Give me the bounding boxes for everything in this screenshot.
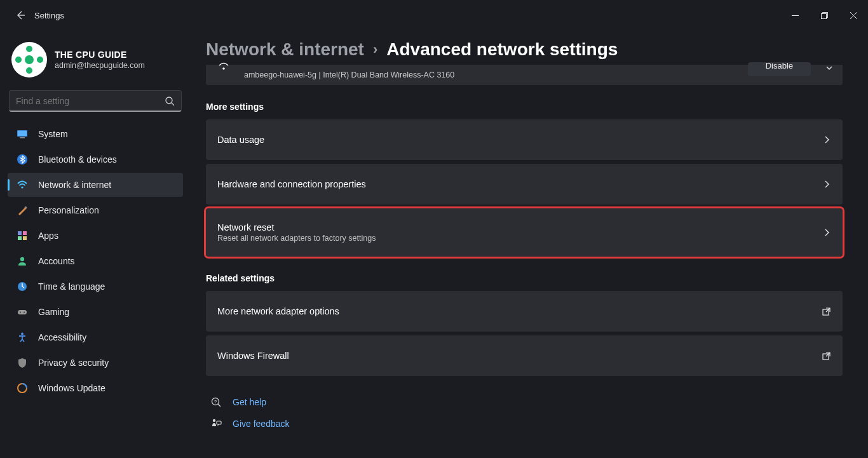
link-label[interactable]: Give feedback [233, 419, 290, 429]
person-icon [17, 255, 28, 267]
svg-rect-17 [23, 236, 27, 240]
svg-rect-14 [18, 231, 22, 235]
feedback-icon [210, 417, 222, 430]
sidebar-item-label: Time & language [38, 281, 105, 292]
section-title-more: More settings [206, 102, 843, 112]
sidebar-item-system[interactable]: System [8, 122, 183, 146]
adapter-row-wifi[interactable]: ambeego-huawei-5g | Intel(R) Dual Band W… [206, 65, 843, 85]
svg-point-12 [21, 186, 23, 188]
get-help-link[interactable]: ? Get help [206, 391, 843, 413]
svg-rect-0 [821, 13, 826, 18]
svg-point-18 [20, 257, 24, 261]
nav-list: System Bluetooth & devices Network & int… [8, 122, 183, 400]
paintbrush-icon [17, 205, 28, 216]
sidebar-item-gaming[interactable]: Gaming [8, 300, 183, 324]
update-icon [17, 382, 28, 394]
accessibility-icon [17, 332, 28, 343]
svg-point-6 [37, 57, 43, 63]
sidebar-item-apps[interactable]: Apps [8, 224, 183, 248]
svg-point-7 [166, 97, 172, 104]
sidebar-item-privacy[interactable]: Privacy & security [8, 351, 183, 375]
row-data-usage[interactable]: Data usage [206, 119, 843, 160]
sidebar-item-label: Personalization [38, 205, 99, 215]
sidebar-item-label: Windows Update [38, 383, 105, 393]
bluetooth-icon [17, 154, 28, 165]
link-label[interactable]: Get help [233, 397, 266, 407]
chevron-down-icon [825, 64, 834, 72]
breadcrumb-parent[interactable]: Network & internet [206, 39, 364, 60]
shield-icon [17, 357, 28, 368]
back-button[interactable] [8, 3, 33, 28]
adapter-subtitle: ambeego-huawei-5g | Intel(R) Dual Band W… [244, 71, 454, 79]
sidebar-item-label: System [38, 129, 68, 139]
sidebar: THE CPU GUIDE admin@thecpuguide.com Syst… [0, 30, 191, 458]
row-title: Windows Firewall [217, 351, 814, 361]
sidebar-item-network[interactable]: Network & internet [8, 173, 183, 197]
close-button[interactable] [839, 5, 868, 25]
row-title: Hardware and connection properties [217, 179, 815, 189]
sidebar-item-accessibility[interactable]: Accessibility [8, 325, 183, 349]
maximize-button[interactable] [810, 5, 839, 25]
row-title: More network adapter options [217, 306, 814, 316]
app-title: Settings [33, 11, 64, 20]
svg-point-2 [25, 55, 34, 64]
minimize-button[interactable] [780, 5, 810, 25]
sidebar-item-bluetooth[interactable]: Bluetooth & devices [8, 147, 183, 172]
row-windows-firewall[interactable]: Windows Firewall [206, 335, 843, 376]
gamepad-icon [17, 306, 28, 318]
row-title: Network reset [217, 222, 815, 232]
svg-rect-20 [18, 310, 27, 314]
sidebar-item-time[interactable]: Time & language [8, 274, 183, 299]
profile-email: admin@thecpuguide.com [55, 61, 145, 70]
breadcrumb: Network & internet › Advanced network se… [206, 39, 843, 60]
svg-point-25 [222, 67, 225, 70]
svg-point-21 [20, 312, 21, 313]
globe-clock-icon [17, 281, 28, 292]
svg-point-5 [15, 57, 22, 63]
row-more-adapter-options[interactable]: More network adapter options [206, 291, 843, 332]
external-link-icon [822, 351, 831, 361]
sidebar-item-label: Apps [38, 231, 58, 241]
page-title: Advanced network settings [386, 39, 618, 60]
give-feedback-link[interactable]: Give feedback [206, 413, 843, 434]
sidebar-item-label: Accounts [38, 256, 75, 266]
wifi-icon [217, 60, 230, 72]
svg-point-30 [213, 419, 215, 422]
sidebar-item-personalization[interactable]: Personalization [8, 198, 183, 222]
wifi-icon [17, 179, 28, 191]
apps-icon [17, 230, 28, 241]
disable-button[interactable]: Disable [748, 62, 811, 76]
row-hardware-properties[interactable]: Hardware and connection properties [206, 164, 843, 205]
avatar [11, 42, 47, 77]
row-network-reset[interactable]: Network reset Reset all network adapters… [206, 208, 843, 257]
profile-name: THE CPU GUIDE [55, 50, 145, 60]
sidebar-item-update[interactable]: Windows Update [8, 376, 183, 400]
chevron-right-icon [822, 135, 831, 144]
help-icon: ? [210, 396, 222, 408]
svg-point-3 [26, 46, 32, 52]
sidebar-item-label: Accessibility [38, 332, 86, 342]
sidebar-item-label: Gaming [38, 307, 69, 317]
row-subtitle: Reset all network adapters to factory se… [217, 234, 815, 243]
svg-point-4 [26, 67, 32, 74]
svg-text:?: ? [214, 399, 217, 405]
svg-rect-10 [20, 137, 25, 138]
profile-block[interactable]: THE CPU GUIDE admin@thecpuguide.com [8, 37, 183, 86]
svg-point-23 [21, 333, 24, 335]
monitor-icon [17, 128, 28, 140]
chevron-right-icon: › [373, 41, 377, 58]
sidebar-item-label: Network & internet [38, 180, 111, 190]
sidebar-item-accounts[interactable]: Accounts [8, 249, 183, 273]
search-input[interactable] [16, 96, 165, 106]
svg-point-22 [24, 312, 25, 313]
svg-rect-15 [23, 231, 27, 235]
search-icon [165, 96, 175, 106]
titlebar: Settings [0, 0, 868, 30]
search-box[interactable] [9, 90, 182, 112]
sidebar-item-label: Bluetooth & devices [38, 154, 117, 165]
main-content: Network & internet › Advanced network se… [191, 30, 868, 458]
chevron-right-icon [822, 180, 831, 189]
svg-rect-16 [18, 236, 22, 240]
svg-rect-31 [217, 421, 221, 424]
row-title: Data usage [217, 135, 815, 145]
